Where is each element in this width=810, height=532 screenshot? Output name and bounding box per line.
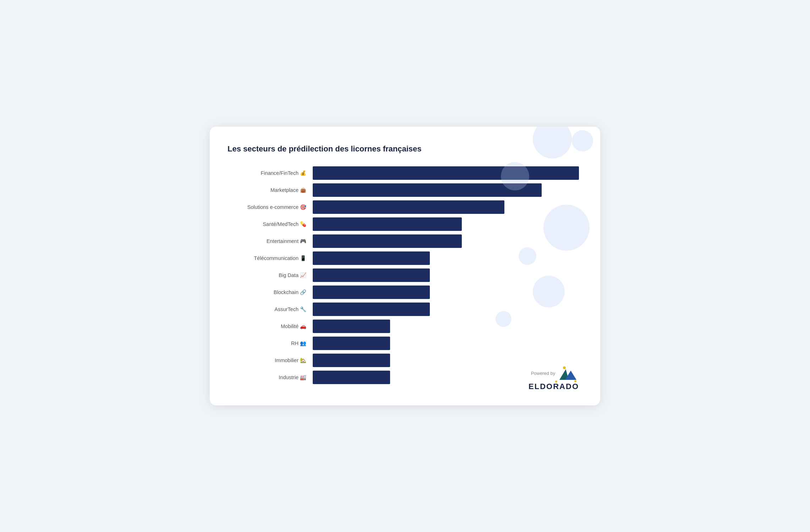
bar-fill	[313, 371, 390, 384]
bar-row: Immobilier 🏡	[228, 354, 579, 367]
brand-name: ELDORADO	[529, 382, 579, 391]
eldorado-logo-icon	[558, 366, 576, 381]
bar-label: Big Data 📈	[228, 272, 313, 278]
bar-label: Marketplace 👜	[228, 187, 313, 193]
bar-track	[313, 268, 579, 282]
bar-row: Blockchain 🔗	[228, 286, 579, 299]
bar-fill	[313, 320, 390, 333]
bar-fill	[313, 234, 462, 248]
bar-track	[313, 354, 579, 367]
bar-label: AssurTech 🔧	[228, 306, 313, 312]
bar-chart: Finance/FinTech 💰Marketplace 👜Solutions …	[228, 166, 579, 388]
bar-label: Santé/MedTech 💊	[228, 221, 313, 227]
bar-track	[313, 337, 579, 350]
bar-track	[313, 200, 579, 214]
bar-row: Entertainment 🎮	[228, 234, 579, 248]
bar-row: Industrie 🏭	[228, 371, 579, 384]
bar-row: Santé/MedTech 💊	[228, 217, 579, 231]
bar-fill	[313, 183, 542, 197]
bar-track	[313, 320, 579, 333]
bar-track	[313, 166, 579, 180]
svg-point-0	[563, 366, 566, 369]
branding: Powered by ELDORADO	[529, 366, 579, 391]
bar-label: Industrie 🏭	[228, 375, 313, 381]
bar-row: RH 👥	[228, 337, 579, 350]
bar-track	[313, 286, 579, 299]
bar-label: Solutions e-commerce 🎯	[228, 204, 313, 210]
bar-row: Télécommunication 📱	[228, 251, 579, 265]
bar-row: Finance/FinTech 💰	[228, 166, 579, 180]
bar-label: Mobilité 🚗	[228, 323, 313, 329]
bar-row: Mobilité 🚗	[228, 320, 579, 333]
bar-row: Solutions e-commerce 🎯	[228, 200, 579, 214]
chart-title: Les secteurs de prédilection des licorne…	[228, 144, 579, 154]
bar-fill	[313, 217, 462, 231]
bar-row: AssurTech 🔧	[228, 303, 579, 316]
bar-label: Télécommunication 📱	[228, 255, 313, 261]
bar-track	[313, 251, 579, 265]
bar-fill	[313, 337, 390, 350]
bar-fill	[313, 354, 390, 367]
bar-label: Blockchain 🔗	[228, 289, 313, 295]
bar-fill	[313, 303, 430, 316]
bar-fill	[313, 200, 504, 214]
bar-fill	[313, 268, 430, 282]
bar-track	[313, 217, 579, 231]
powered-by-label: Powered by	[531, 371, 555, 376]
bar-row: Marketplace 👜	[228, 183, 579, 197]
bar-track	[313, 183, 579, 197]
bar-row: Big Data 📈	[228, 268, 579, 282]
bar-label: Immobilier 🏡	[228, 358, 313, 364]
bar-track	[313, 234, 579, 248]
bar-fill	[313, 251, 430, 265]
chart-card: Les secteurs de prédilection des licorne…	[210, 127, 600, 405]
bar-label: Finance/FinTech 💰	[228, 170, 313, 176]
bar-fill	[313, 166, 579, 180]
deco-circle-1	[533, 127, 572, 159]
bar-label: Entertainment 🎮	[228, 238, 313, 244]
bar-fill	[313, 286, 430, 299]
bar-track	[313, 303, 579, 316]
bar-label: RH 👥	[228, 340, 313, 347]
